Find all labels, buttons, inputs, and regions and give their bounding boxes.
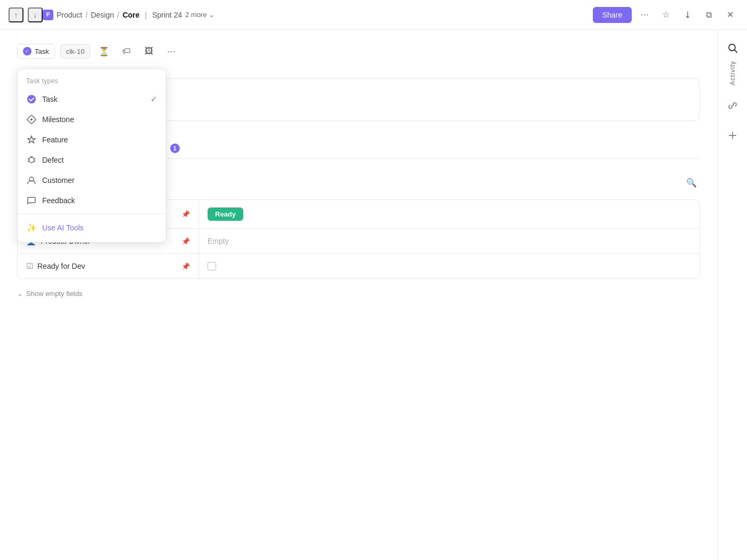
task-types-dropdown: Task types Task ✓ Milestone xyxy=(17,68,166,243)
right-sidebar: Activity xyxy=(717,30,747,560)
breadcrumb-core[interactable]: Core xyxy=(123,11,140,19)
ready-dev-icon: ☑ xyxy=(26,261,33,271)
breadcrumb-more[interactable]: 2 more ⌄ xyxy=(185,11,214,19)
breadcrumb: P Product / Design / Core | Sprint 24 2 … xyxy=(43,10,214,20)
task-id: clk-10 xyxy=(60,44,91,59)
tag-icon[interactable]: 🏷 xyxy=(118,43,135,60)
ready-dev-pin-icon[interactable]: 📌 xyxy=(181,262,190,270)
svg-line-9 xyxy=(34,161,35,162)
product-icon: P xyxy=(43,10,53,20)
breadcrumb-sprint[interactable]: Sprint 24 xyxy=(152,11,182,19)
ai-tools-item[interactable]: ✨ Use AI Tools xyxy=(18,218,166,238)
dropdown-item-milestone[interactable]: Milestone xyxy=(18,109,166,130)
nav-down-button[interactable]: ↓ xyxy=(28,7,43,22)
content-area: ✓ Task clk-10 ⏳ 🏷 🖼 ⋯ Task types Task ✓ xyxy=(0,30,717,560)
svg-point-0 xyxy=(27,95,36,103)
field-name-ready-dev: ☑ Ready for Dev 📌 xyxy=(18,254,199,278)
task-type-label: Task xyxy=(35,47,49,55)
svg-line-7 xyxy=(34,158,35,159)
breadcrumb-product[interactable]: Product xyxy=(57,11,82,19)
task-header: ✓ Task clk-10 ⏳ 🏷 🖼 ⋯ Task types Task ✓ xyxy=(17,43,700,60)
title-bar-actions: Share ⋯ ☆ ⤓ ⧉ ✕ xyxy=(593,6,738,23)
breadcrumb-design[interactable]: Design xyxy=(91,11,114,19)
minimize-button[interactable]: ⧉ xyxy=(700,6,717,23)
image-icon[interactable]: 🖼 xyxy=(140,43,157,60)
svg-line-8 xyxy=(28,161,29,162)
nav-arrows: ↑ ↓ xyxy=(9,7,43,22)
dropdown-item-feature[interactable]: Feature xyxy=(18,130,166,150)
feature-icon xyxy=(26,134,37,145)
sidebar-search-icon[interactable] xyxy=(723,38,742,58)
epd-status-pin-icon[interactable]: 📌 xyxy=(181,210,190,218)
defect-icon xyxy=(26,155,37,165)
dropdown-item-defect[interactable]: Defect xyxy=(18,150,166,170)
sidebar-link-icon[interactable] xyxy=(723,96,742,115)
download-button[interactable]: ⤓ xyxy=(679,6,696,23)
main-layout: ✓ Task clk-10 ⏳ 🏷 🖼 ⋯ Task types Task ✓ xyxy=(0,30,747,560)
milestone-item-label: Milestone xyxy=(42,115,74,124)
svg-point-3 xyxy=(29,157,34,163)
sidebar-activity-section: Activity xyxy=(723,38,742,85)
task-check-icon: ✓ xyxy=(150,94,157,104)
dropdown-item-feedback[interactable]: Feedback xyxy=(18,190,166,211)
star-button[interactable]: ☆ xyxy=(657,6,674,23)
customer-icon xyxy=(26,175,37,186)
show-empty-label: Show empty fields xyxy=(26,290,83,298)
close-button[interactable]: ✕ xyxy=(721,6,738,23)
milestone-icon xyxy=(26,114,37,125)
task-item-label: Task xyxy=(42,95,58,103)
chevron-down-icon: ⌄ xyxy=(209,11,214,19)
timer-icon[interactable]: ⏳ xyxy=(96,43,113,60)
chevron-down-small-icon: ⌄ xyxy=(17,290,23,298)
ready-dev-label: Ready for Dev xyxy=(37,262,85,270)
breadcrumb-sep-2: / xyxy=(117,11,120,19)
svg-line-21 xyxy=(735,50,737,52)
ready-dev-value[interactable] xyxy=(199,254,700,278)
show-empty-fields[interactable]: ⌄ Show empty fields xyxy=(17,287,700,300)
breadcrumb-more-label: 2 more xyxy=(185,11,206,19)
epd-status-value[interactable]: Ready xyxy=(199,200,700,228)
svg-line-6 xyxy=(28,158,29,159)
dropdown-header: Task types xyxy=(18,73,166,89)
dropdown-item-customer[interactable]: Customer xyxy=(18,170,166,190)
more-options-button[interactable]: ⋯ xyxy=(636,6,653,23)
dropdown-item-task[interactable]: Task ✓ xyxy=(18,89,166,109)
customer-item-label: Customer xyxy=(42,176,75,185)
ready-badge: Ready xyxy=(208,207,243,221)
more-icon[interactable]: ⋯ xyxy=(163,43,180,60)
feedback-icon xyxy=(26,195,37,206)
title-bar: ↑ ↓ P Product / Design / Core | Sprint 2… xyxy=(0,0,747,30)
field-row-ready-dev: ☑ Ready for Dev 📌 xyxy=(18,254,700,278)
action-items-badge: 1 xyxy=(170,143,180,153)
task-type-button[interactable]: ✓ Task xyxy=(17,44,55,59)
svg-point-2 xyxy=(30,118,33,121)
product-owner-pin-icon[interactable]: 📌 xyxy=(181,237,190,245)
defect-item-label: Defect xyxy=(42,156,63,164)
ready-dev-checkbox[interactable] xyxy=(208,262,216,270)
breadcrumb-sep-3: | xyxy=(145,11,147,19)
svg-point-20 xyxy=(729,44,735,51)
custom-fields-search-button[interactable]: 🔍 xyxy=(683,174,700,191)
activity-label: Activity xyxy=(729,61,736,85)
share-button[interactable]: Share xyxy=(593,7,632,23)
breadcrumb-sep-1: / xyxy=(85,11,88,19)
ai-tools-icon: ✨ xyxy=(26,222,37,233)
nav-up-button[interactable]: ↑ xyxy=(9,7,23,22)
ai-tools-label: Use AI Tools xyxy=(42,223,84,232)
feature-item-label: Feature xyxy=(42,135,68,144)
task-icon xyxy=(26,94,37,105)
task-type-icon: ✓ xyxy=(23,47,31,55)
product-owner-value[interactable]: Empty xyxy=(199,229,700,253)
feedback-item-label: Feedback xyxy=(42,196,75,205)
sidebar-add-icon[interactable] xyxy=(723,126,742,145)
